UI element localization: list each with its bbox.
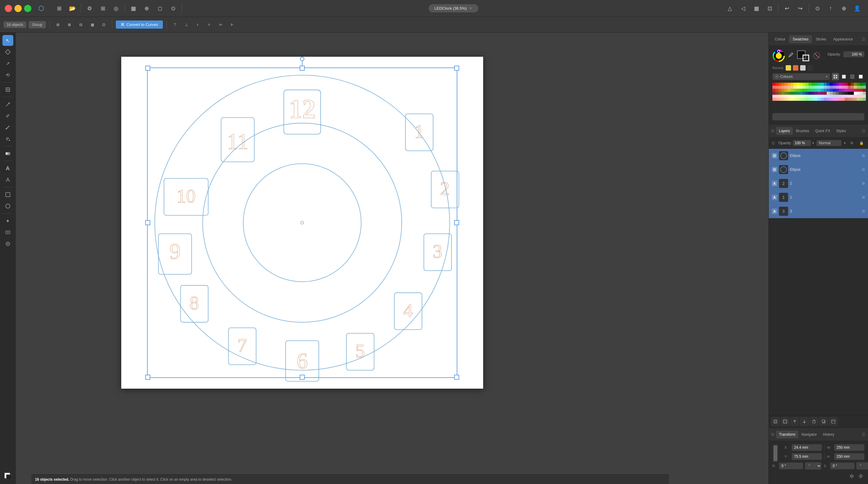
shape-icon[interactable]: ◻ [154,2,166,14]
settings-icon[interactable]: ⚙ [84,2,96,14]
layers-icon[interactable]: ▦ [127,2,140,14]
layer-visibility-dot-2[interactable] [862,168,865,171]
arrange-up-icon[interactable] [800,417,809,426]
canvas-area[interactable]: 12 1 2 3 4 5 6 [16,33,769,484]
move-up-icon[interactable] [781,417,789,426]
crop-tool[interactable] [2,84,13,95]
photo-tool[interactable] [2,227,13,238]
recent-color-2[interactable] [793,65,798,70]
delete-layer-icon[interactable] [810,417,818,426]
distribute-v-icon[interactable]: ⊧ [205,20,214,29]
layers-collapse-icon[interactable]: ⧉ [772,141,775,146]
shape-tool[interactable] [2,189,13,200]
paint-bucket-tool[interactable] [2,133,13,144]
redo-icon[interactable]: ↪ [794,2,806,14]
w-input[interactable] [834,444,864,451]
layer-ellipse-2[interactable]: Ellipse [769,163,868,177]
s-input[interactable] [830,462,855,469]
layers-lock-icon[interactable]: 🔒 [858,140,865,147]
duplicate-layer-icon[interactable] [819,417,828,426]
x-input[interactable] [792,444,822,451]
recent-color-1[interactable] [786,65,791,70]
tab-colour[interactable]: Colour [771,35,789,43]
color-search-input[interactable] [772,113,864,120]
target-icon[interactable]: ◎ [110,2,122,14]
ungroup-icon[interactable]: ⊡ [99,20,108,29]
white-swatch-icon[interactable] [857,73,864,80]
tab-history[interactable]: History [820,431,837,438]
calligraphy-tool[interactable] [2,174,13,185]
layers-menu[interactable]: ☰ [862,128,866,133]
layer-ellipse-1[interactable]: Ellipse [769,149,868,163]
close-tab-icon[interactable]: ✕ [469,6,472,10]
select-tool[interactable]: ↖ [2,35,13,46]
distribute-more-icon[interactable]: ⊩ [228,20,237,29]
tab-brushes[interactable]: Brushes [793,127,812,135]
opacity-input[interactable] [843,51,864,57]
color-wheel[interactable] [772,50,785,62]
top-panel-menu[interactable]: ☰ [862,37,866,42]
pencil-tool[interactable]: ✐ [2,111,13,121]
text-tool[interactable]: A [2,163,13,174]
r-input[interactable] [779,462,803,469]
corner-tool[interactable]: ↗ [2,58,13,69]
back-icon[interactable]: ◁ [737,2,749,14]
fx-tool[interactable]: ✦ [2,215,13,226]
ellipse-draw-tool[interactable] [2,201,13,212]
layers-opacity-input[interactable] [793,140,811,146]
convert-to-curves-button[interactable]: ⌘ Convert to Curves [116,21,163,29]
layers-gear-icon[interactable]: ⚙ [848,140,855,147]
group-button[interactable]: Group [29,21,46,28]
y-input[interactable] [792,453,822,460]
transform-tool[interactable]: ⟲ [2,69,13,80]
align-bottom-icon[interactable]: ⊦ [193,20,203,29]
align-left-icon[interactable]: ⊞ [53,20,62,29]
group-icon[interactable]: ▦ [88,20,97,29]
recent-color-4[interactable] [807,65,813,70]
layer-text-2[interactable]: A 2 2 [769,177,868,190]
colors-dropdown[interactable]: Colours ▾ [772,73,830,80]
align-middle-icon[interactable]: ⊥ [182,20,191,29]
layer-text-3[interactable]: A 3 3 [769,204,868,218]
tab-swatches[interactable]: Swatches [789,35,812,43]
recent-color-3[interactable] [800,65,806,70]
layers-panel-collapse[interactable]: ⧉ [771,128,774,133]
minimize-button[interactable] [14,5,22,12]
layer-text-1[interactable]: A 1 1 [769,190,868,204]
align-center-v-icon[interactable]: ⊠ [65,20,74,29]
blend-mode-dropdown[interactable]: Normal [816,140,841,146]
close-button[interactable] [5,5,12,12]
arrange-icon[interactable]: ⊡ [764,2,776,14]
flip-vertical-icon[interactable] [857,473,864,480]
eyedropper-icon[interactable] [787,52,794,60]
new-document-icon[interactable]: ⊞ [53,2,65,14]
align-right-icon[interactable]: ⊟ [76,20,85,29]
h-input[interactable] [834,453,864,460]
symbol-tool[interactable] [2,238,13,249]
export-icon[interactable]: ↑ [825,2,837,14]
undo-icon[interactable]: ↩ [781,2,793,14]
open-document-icon[interactable]: 📂 [66,2,79,14]
user-icon[interactable]: 👤 [851,2,863,14]
symbol-icon[interactable]: ⊙ [167,2,179,14]
s-unit-dropdown[interactable]: ° rad [856,462,868,470]
flip-horizontal-icon[interactable] [848,473,855,480]
distribute-h-icon[interactable]: ⊨ [216,20,225,29]
layer-visibility-dot-3[interactable] [862,182,865,185]
layer-visibility-dot-4[interactable] [862,196,865,199]
layer-visibility-dot-5[interactable] [862,210,865,213]
tab-quickfx[interactable]: Quick FX [812,127,833,135]
tab-appearance[interactable]: Appearance [830,35,857,43]
add-layer-icon[interactable] [771,417,780,426]
brush-tool[interactable] [2,122,13,133]
no-color-icon[interactable] [813,52,820,59]
fullscreen-button[interactable] [24,5,31,12]
studio-icon[interactable]: ▦ [750,2,763,14]
layer-visibility-dot[interactable] [862,154,865,157]
grid-view-icon[interactable] [832,73,839,80]
transform-menu[interactable]: ☰ [862,432,866,437]
light-swatch-icon[interactable] [840,73,847,80]
tab-stroke[interactable]: Stroke [812,35,830,43]
dark-swatch-icon[interactable] [849,73,856,80]
pen-tool[interactable] [2,99,13,110]
